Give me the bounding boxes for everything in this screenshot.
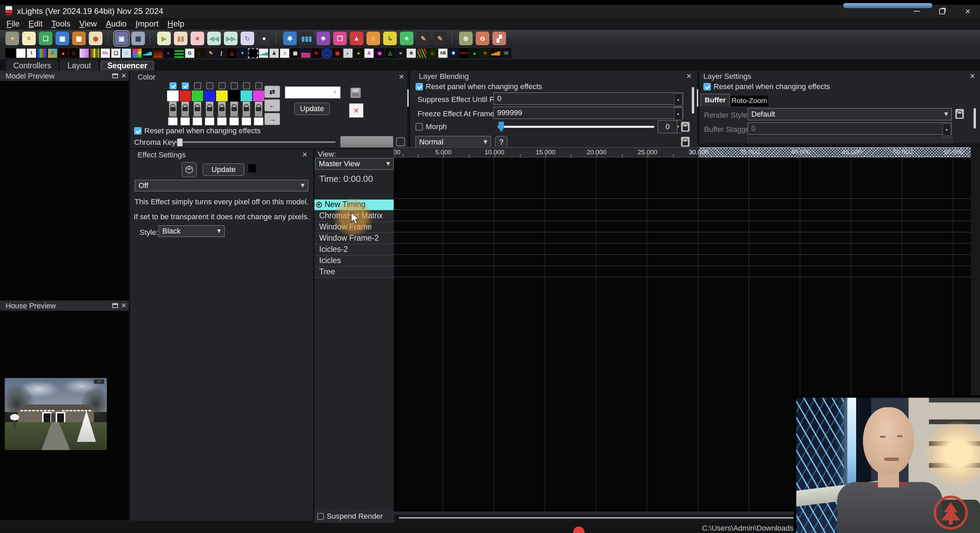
fx-fire2-icon[interactable] bbox=[153, 48, 163, 58]
tab-layout[interactable]: Layout bbox=[60, 60, 98, 71]
zoom-model-icon[interactable]: ▲ bbox=[350, 32, 363, 45]
fx-dmx-icon[interactable]: △ bbox=[227, 48, 237, 58]
lock-icon[interactable] bbox=[681, 136, 690, 147]
panel-scrollbar[interactable] bbox=[974, 108, 976, 128]
timing-row-6[interactable]: Tree bbox=[314, 267, 395, 278]
fx-fire-icon[interactable]: ▲ bbox=[58, 48, 68, 58]
lights-bulb-icon[interactable]: ● bbox=[257, 32, 271, 45]
fx-vu-meter-icon[interactable]: ▂▄▆ bbox=[143, 48, 153, 58]
timeline-ruler[interactable]: 0.0005.00010.00015.00020.00025.00030.000… bbox=[394, 147, 971, 157]
close-icon[interactable]: × bbox=[970, 72, 975, 79]
reset-panel-checkbox[interactable] bbox=[134, 127, 142, 135]
model-windows-icon[interactable]: ❐ bbox=[333, 32, 347, 45]
close-icon[interactable]: × bbox=[302, 151, 307, 158]
fx-wire-tree-icon[interactable]: △ bbox=[385, 48, 395, 58]
fx-shatter-icon[interactable]: ✳ bbox=[406, 48, 416, 58]
fx-drip-icon[interactable]: ▼ bbox=[237, 48, 247, 58]
spinner[interactable]: ▲▼ bbox=[674, 94, 682, 104]
shift-colors-right-button[interactable]: → bbox=[264, 113, 280, 125]
reset-panel-checkbox[interactable] bbox=[415, 83, 423, 90]
fx-faces-icon[interactable]: ☺ bbox=[121, 48, 131, 58]
menu-edit[interactable]: Edit bbox=[24, 18, 47, 29]
color-swatch-0[interactable] bbox=[167, 90, 179, 102]
swatch-slot-6[interactable] bbox=[242, 117, 251, 125]
color-palette-icon[interactable]: ◉ bbox=[89, 32, 102, 45]
fx-garlands-icon[interactable] bbox=[90, 48, 100, 58]
swatch-checkbox-2[interactable] bbox=[194, 82, 201, 89]
save-palette-icon[interactable] bbox=[350, 88, 361, 98]
paste-by-cell-icon[interactable]: ▦ bbox=[131, 32, 145, 45]
fx-text-icon[interactable]: A bbox=[364, 48, 374, 58]
shift-colors-left-button[interactable]: ← bbox=[264, 99, 280, 111]
shuffle-colors-button[interactable]: ⇄ bbox=[264, 86, 280, 98]
node-flow-icon[interactable]: ↳ bbox=[383, 32, 397, 45]
color-swatch-1[interactable] bbox=[179, 90, 191, 102]
swatch-lock-2[interactable] bbox=[194, 102, 201, 117]
swatch-slot-7[interactable] bbox=[254, 117, 263, 125]
effect-edit-1-icon[interactable]: ✎ bbox=[417, 32, 430, 45]
fx-galaxy-icon[interactable]: ◐ bbox=[164, 48, 173, 58]
fx-bars-icon[interactable] bbox=[37, 48, 47, 58]
palette-preset-select[interactable] bbox=[285, 86, 340, 98]
swatch-lock-4[interactable] bbox=[218, 102, 226, 117]
swatch-slot-5[interactable] bbox=[229, 117, 239, 125]
swatch-slot-1[interactable] bbox=[180, 117, 190, 125]
swatch-lock-6[interactable] bbox=[243, 102, 250, 117]
fx-guitar-icon[interactable]: ♩ bbox=[195, 48, 205, 58]
pause-icon[interactable]: ▮▮ bbox=[174, 32, 188, 45]
color-swatch-2[interactable] bbox=[191, 90, 204, 102]
blend-help-button[interactable]: ? bbox=[495, 136, 508, 147]
fx-squiggle-icon[interactable]: ∫ bbox=[216, 48, 226, 58]
chroma-key-slider-handle[interactable] bbox=[177, 138, 183, 146]
buffer-stagger-input[interactable]: 0 ▲▼ bbox=[748, 122, 952, 135]
swatch-slot-0[interactable] bbox=[168, 117, 178, 125]
swatch-lock-0[interactable] bbox=[169, 102, 177, 117]
fx-ripple-icon[interactable]: ↻ bbox=[311, 48, 321, 58]
fx-confetti-icon[interactable]: ✳ bbox=[480, 48, 490, 58]
fx-ab-text-icon[interactable]: AB bbox=[438, 48, 448, 58]
swatch-checkbox-4[interactable] bbox=[218, 82, 226, 89]
fx-pictures-icon[interactable]: ❏ bbox=[111, 48, 121, 58]
paste-by-time-icon[interactable]: ▣ bbox=[115, 32, 128, 45]
close-icon[interactable]: × bbox=[121, 72, 126, 79]
new-sequence-icon[interactable]: ≡ bbox=[22, 32, 36, 45]
view-select[interactable]: Master View bbox=[315, 158, 394, 170]
fx-snowflakes-icon[interactable]: ❄ bbox=[449, 48, 458, 58]
fast-forward-icon[interactable]: ▶▶ bbox=[224, 32, 237, 45]
update-effect-button[interactable]: Update bbox=[203, 163, 244, 176]
tab-controllers[interactable]: Controllers bbox=[6, 60, 58, 71]
suspend-render-checkbox[interactable] bbox=[317, 513, 324, 520]
save-as-sequence-icon[interactable]: ▦ bbox=[72, 32, 86, 45]
fx-on-icon[interactable] bbox=[16, 48, 26, 58]
fx-wave-icon[interactable]: ≈ bbox=[396, 48, 406, 58]
fx-mountains-icon[interactable] bbox=[301, 48, 311, 58]
chroma-enable-checkbox[interactable] bbox=[396, 137, 405, 146]
swatch-slot-4[interactable] bbox=[217, 117, 227, 125]
close-button[interactable]: × bbox=[960, 5, 975, 17]
fx-sphere-icon[interactable]: ● bbox=[353, 48, 363, 58]
style-select[interactable]: Black bbox=[159, 225, 224, 237]
timing-row-5[interactable]: Icicles bbox=[314, 255, 395, 267]
swatch-slot-2[interactable] bbox=[192, 117, 202, 125]
timing-row-4[interactable]: Icicles-2 bbox=[314, 244, 395, 255]
color-swatch-6[interactable] bbox=[240, 90, 253, 102]
fx-sketch-icon[interactable]: ✎ bbox=[206, 48, 216, 58]
swatch-slot-3[interactable] bbox=[205, 117, 215, 125]
morph-value-input[interactable]: 0 bbox=[658, 121, 678, 133]
swatch-checkbox-7[interactable] bbox=[255, 82, 262, 89]
close-icon[interactable]: × bbox=[686, 72, 692, 79]
fx-shape-ring-icon[interactable]: ▣ bbox=[332, 48, 342, 58]
fx-tree-icon[interactable]: ▲ bbox=[469, 48, 479, 58]
float-panel-icon[interactable] bbox=[112, 303, 118, 308]
tab-buffer[interactable]: Buffer bbox=[701, 94, 730, 106]
restore-button[interactable] bbox=[934, 5, 950, 17]
freeze-input[interactable]: 999999 ▲▼ bbox=[493, 107, 683, 119]
fx-pinwheel-icon[interactable] bbox=[132, 48, 142, 58]
swatch-checkbox-3[interactable] bbox=[206, 82, 213, 89]
delete-palette-button[interactable]: × bbox=[349, 103, 363, 117]
crayons-icon[interactable]: ▮▮▮ bbox=[300, 32, 313, 45]
menu-help[interactable]: Help bbox=[163, 18, 189, 29]
fx-text-xmas-icon[interactable]: XMAS bbox=[459, 48, 469, 58]
menu-file[interactable]: File bbox=[2, 18, 24, 29]
menu-view[interactable]: View bbox=[75, 18, 102, 29]
